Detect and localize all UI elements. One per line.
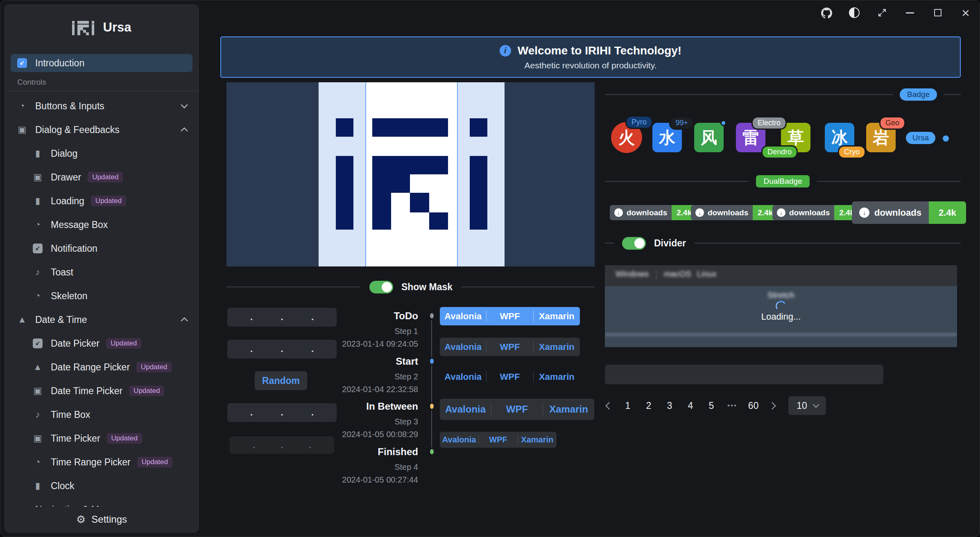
timeline-line <box>431 319 432 452</box>
app-window: × Ursa Introduction Control <box>0 0 980 537</box>
fullscreen-icon[interactable] <box>874 5 890 21</box>
page-5[interactable]: 5 <box>706 400 716 411</box>
minimize-button[interactable] <box>902 5 918 21</box>
github-icon[interactable] <box>818 5 835 21</box>
ipv4-input[interactable]: ... <box>227 340 337 359</box>
downloads-badge[interactable]: ↓ downloads 2.4k <box>691 205 778 220</box>
wpf-button[interactable]: WPF <box>491 399 543 420</box>
avalonia-button[interactable]: Avalonia <box>440 307 486 325</box>
xamarin-button[interactable]: Xamarin <box>534 368 580 386</box>
sidebar-item-navigation-menus[interactable]: Navigation & Menus <box>11 501 192 507</box>
badge-divider-label: Badge <box>900 88 937 101</box>
updated-badge: Updated <box>136 362 172 372</box>
badge-hydro: 水 99+ <box>652 123 682 152</box>
pyro-badge: Pyro <box>625 115 653 129</box>
xamarin-button[interactable]: Xamarin <box>534 307 580 325</box>
divider-toggle[interactable] <box>622 237 646 250</box>
xamarin-button[interactable]: Xamarin <box>534 338 580 356</box>
page-3[interactable]: 3 <box>665 400 674 411</box>
tab-windows[interactable]: Windows <box>611 268 654 280</box>
ipv4-input[interactable]: ... <box>227 308 337 327</box>
random-button[interactable]: Random <box>255 371 307 390</box>
page-4[interactable]: 4 <box>686 400 695 411</box>
prev-page-icon[interactable] <box>605 402 613 409</box>
wpf-button[interactable]: WPF <box>487 338 533 356</box>
settings-button[interactable]: ⚙ Settings <box>5 507 198 532</box>
sidebar-item-notification[interactable]: Notification <box>11 239 192 257</box>
maximize-button[interactable] <box>930 5 946 21</box>
page-2[interactable]: 2 <box>644 400 654 411</box>
sidebar-item-date-picker[interactable]: Date Picker Updated <box>11 334 192 352</box>
badge-divider: Badge <box>605 88 961 102</box>
sidebar-item-date-range-picker[interactable]: Date Range Picker Updated <box>11 358 192 376</box>
downloads-badge[interactable]: ↓ downloads 2.4k <box>772 205 859 220</box>
chevron-up-icon <box>181 317 188 324</box>
divider-line <box>461 287 595 287</box>
download-icon: ↓ <box>859 208 869 218</box>
sidebar-item-loading[interactable]: Loading Updated <box>11 192 192 210</box>
sidebar-item-time-range-picker[interactable]: Time Range Picker Updated <box>11 453 192 471</box>
theme-toggle-icon[interactable] <box>846 5 862 21</box>
info-icon: i <box>500 45 511 56</box>
badge-electro: 雷 Electro <box>736 123 765 152</box>
page-1[interactable]: 1 <box>623 400 633 411</box>
timeline-dot-inbetween <box>428 402 435 411</box>
sidebar-item-message-box[interactable]: Message Box <box>11 216 192 234</box>
text-input[interactable] <box>605 365 883 384</box>
badge-cryo: 冰 Cryo <box>825 123 854 152</box>
show-mask-toggle[interactable] <box>369 281 393 293</box>
pages-ellipsis[interactable]: ••• <box>727 402 737 410</box>
downloads-badge[interactable]: ↓ downloads 2.4k <box>610 205 697 220</box>
stretch-label: Stretch <box>605 290 957 300</box>
battery-icon <box>32 196 43 206</box>
sidebar-item-time-box[interactable]: Time Box <box>11 406 192 424</box>
updated-badge: Updated <box>91 196 126 206</box>
spinner-icon <box>775 300 787 312</box>
updated-badge: Updated <box>129 386 164 396</box>
sidebar-item-dialog-feedbacks[interactable]: Dialog & Feedbacks <box>11 121 192 139</box>
tab-macos[interactable]: macOS <box>659 268 696 280</box>
clock-icon <box>32 219 43 230</box>
wpf-button[interactable]: WPF <box>487 307 533 325</box>
sidebar-item-dialog[interactable]: Dialog <box>11 144 192 162</box>
sidebar-item-clock[interactable]: Clock <box>11 477 192 495</box>
sidebar-item-buttons-inputs[interactable]: Buttons & Inputs <box>11 97 192 115</box>
downloads-badge-large[interactable]: ↓ downloads 2.4k <box>852 201 966 224</box>
close-button[interactable]: × <box>957 5 974 21</box>
avalonia-button[interactable]: Avalonia <box>440 338 486 356</box>
avalonia-button[interactable]: Avalonia <box>440 368 486 386</box>
xamarin-button[interactable]: Xamarin <box>543 399 594 420</box>
wpf-button[interactable]: WPF <box>487 368 533 386</box>
irihi-logo-image <box>226 82 595 266</box>
ipv4-input-disabled: ... <box>230 436 334 454</box>
sidebar-item-drawer[interactable]: Drawer Updated <box>11 168 192 186</box>
timeline-dot-start <box>428 357 435 366</box>
next-page-icon[interactable] <box>769 402 776 409</box>
download-icon: ↓ <box>695 208 704 217</box>
arrow-square-icon <box>17 58 27 68</box>
note-icon <box>32 267 43 278</box>
ipv4-input[interactable]: ... <box>227 403 337 422</box>
sidebar-item-skeleton[interactable]: Skeleton <box>11 287 192 305</box>
sidebar-item-toast[interactable]: Toast <box>11 263 192 281</box>
clock-icon <box>16 101 28 111</box>
xamarin-button[interactable]: Xamarin <box>518 432 557 448</box>
updated-badge: Updated <box>88 172 123 183</box>
page-size-select[interactable]: 10 <box>788 396 826 415</box>
controls-section-label: Controls <box>17 78 186 87</box>
banner-subtitle: Aesthetic revolution of productivity. <box>525 61 657 70</box>
updated-badge: Updated <box>106 338 141 349</box>
loading-mask: Stretch Loading... <box>605 286 957 347</box>
sidebar-item-time-picker[interactable]: Time Picker Updated <box>11 429 192 447</box>
wpf-button[interactable]: WPF <box>479 432 517 448</box>
tab-linux[interactable]: Linux <box>696 268 722 280</box>
page-60[interactable]: 60 <box>748 400 759 411</box>
floppy-icon <box>32 172 43 183</box>
avalonia-button[interactable]: Avalonia <box>440 399 491 420</box>
sidebar-item-date-time[interactable]: Date & Time <box>11 311 192 329</box>
divider-label: Divider <box>654 238 686 249</box>
sidebar: Ursa Introduction Controls Buttons & Inp… <box>5 5 199 532</box>
sidebar-item-introduction[interactable]: Introduction <box>11 54 192 72</box>
sidebar-item-date-time-picker[interactable]: Date Time Picker Updated <box>11 382 192 400</box>
avalonia-button[interactable]: Avalonia <box>440 432 478 448</box>
